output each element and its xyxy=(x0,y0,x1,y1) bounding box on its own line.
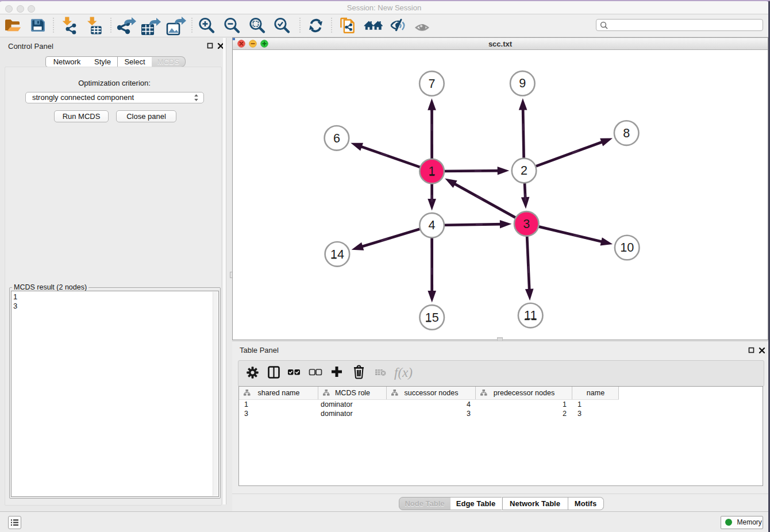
svg-text:7: 7 xyxy=(428,77,435,91)
svg-text:3: 3 xyxy=(523,217,530,231)
svg-text:14: 14 xyxy=(330,248,344,261)
svg-text:2: 2 xyxy=(521,164,528,178)
svg-text:10: 10 xyxy=(620,241,634,255)
svg-text:11: 11 xyxy=(524,309,537,322)
svg-text:8: 8 xyxy=(623,126,630,140)
svg-text:9: 9 xyxy=(519,76,526,90)
svg-text:1: 1 xyxy=(429,164,436,178)
svg-text:15: 15 xyxy=(425,311,439,325)
svg-text:f(x): f(x) xyxy=(394,365,413,380)
svg-text:4: 4 xyxy=(429,218,436,232)
svg-text:6: 6 xyxy=(333,132,340,145)
